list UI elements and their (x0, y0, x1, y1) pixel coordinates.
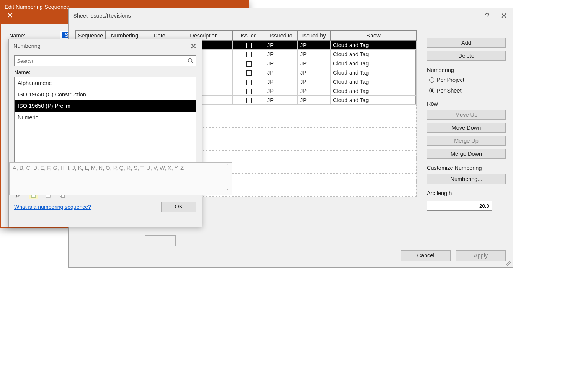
ok-button[interactable]: OK (161, 202, 196, 212)
help-icon[interactable]: ? (483, 11, 492, 21)
radio-dot-icon (429, 88, 434, 93)
search-wrap (14, 55, 196, 66)
apply-button[interactable]: Apply (456, 250, 506, 261)
arc-length-input[interactable] (427, 201, 492, 211)
ens-name-label: Name: (9, 33, 51, 39)
scrollbar[interactable]: ˄ ˅ (224, 163, 231, 194)
radio-dot-icon (429, 77, 434, 83)
checkbox[interactable] (246, 61, 252, 67)
search-icon (187, 57, 194, 64)
rev-right-panel: Add Delete Numbering Per Project Per She… (427, 38, 506, 211)
delete-button[interactable]: Delete (427, 51, 506, 61)
titlebar-numbering: Numbering × (9, 39, 202, 52)
resize-grip-icon[interactable] (506, 261, 511, 266)
close-icon[interactable]: ✕ (498, 10, 510, 21)
rev-footer: Cancel Apply (401, 250, 506, 261)
chevron-up-icon[interactable]: ˄ (226, 163, 229, 169)
row-label: Row (427, 101, 506, 107)
list-item[interactable]: ISO 19650 (C) Construction (15, 89, 196, 100)
svg-point-0 (188, 59, 192, 62)
checkbox[interactable] (246, 52, 252, 57)
checkbox[interactable] (246, 98, 252, 103)
list-item[interactable]: Numeric (15, 112, 196, 123)
checkbox[interactable] (246, 80, 252, 85)
custom-seq-box: A, B, C, D, E, F, G, H, I, J, K, L, M, N… (9, 162, 232, 195)
title-rev: Sheet Issues/Revisions (73, 13, 131, 19)
radio-per-project-label: Per Project (437, 77, 464, 83)
merge-down-button[interactable]: Merge Down (427, 149, 506, 159)
rev-corner-fragment (145, 235, 176, 246)
arc-length-label: Arc length (427, 190, 506, 196)
checkbox[interactable] (246, 70, 252, 76)
title-ens: Edit Numbering Sequence (5, 4, 69, 10)
move-up-button[interactable]: Move Up (427, 110, 506, 120)
close-icon[interactable]: ✕ (5, 10, 16, 21)
radio-per-sheet-label: Per Sheet (437, 88, 462, 94)
radio-per-sheet[interactable]: Per Sheet (427, 87, 506, 94)
help-link[interactable]: What is a numbering sequence? (14, 204, 91, 210)
move-down-button[interactable]: Move Down (427, 123, 506, 133)
list-item[interactable]: Alphanumeric (15, 77, 196, 89)
add-button[interactable]: Add (427, 38, 506, 48)
col-issued-by[interactable]: Issued by (298, 31, 331, 41)
custom-seq-text: A, B, C, D, E, F, G, H, I, J, K, L, M, N… (13, 165, 184, 171)
numbering-label: Numbering (427, 67, 506, 73)
col-show[interactable]: Show (331, 31, 416, 41)
merge-up-button[interactable]: Merge Up (427, 136, 506, 146)
list-item[interactable]: ISO 19650 (P) Prelim (15, 100, 196, 112)
radio-per-project[interactable]: Per Project (427, 76, 506, 84)
checkbox[interactable] (246, 89, 252, 94)
titlebar-rev: Sheet Issues/Revisions ? ✕ (69, 8, 513, 23)
col-issued[interactable]: Issued (233, 31, 265, 41)
cancel-button[interactable]: Cancel (401, 250, 451, 261)
name-label: Name: (14, 69, 196, 75)
col-issued-to[interactable]: Issued to (265, 31, 298, 41)
svg-line-1 (192, 62, 194, 64)
title-numbering: Numbering (13, 43, 41, 49)
checkbox[interactable] (246, 43, 252, 48)
search-input[interactable] (14, 55, 196, 66)
chevron-down-icon[interactable]: ˅ (226, 189, 229, 194)
numbering-button[interactable]: Numbering... (427, 174, 506, 184)
dialog-numbering: Numbering × Name: AlphanumericISO 19650 … (8, 39, 202, 227)
close-icon[interactable]: × (188, 42, 199, 50)
customize-label: Customize Numbering (427, 165, 506, 171)
numbering-footer: What is a numbering sequence? OK (14, 202, 196, 212)
